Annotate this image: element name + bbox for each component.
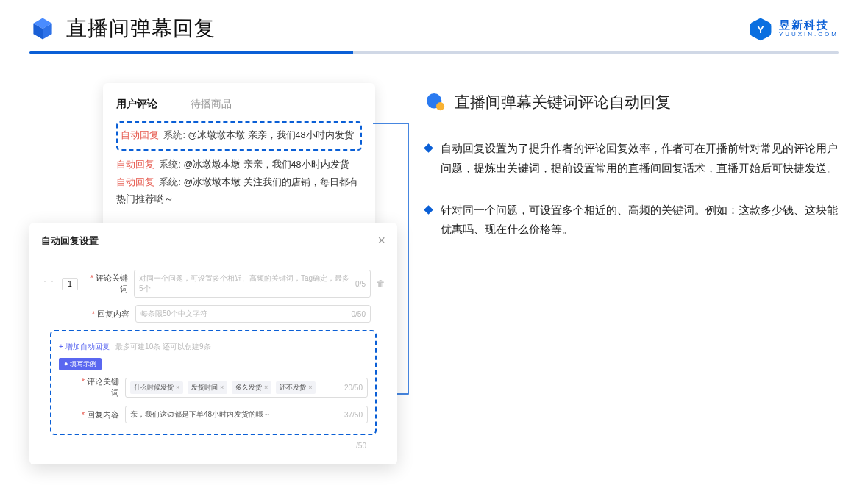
title-wrap: 直播间弹幕回复 (29, 15, 216, 43)
diamond-icon (424, 205, 433, 215)
comment-row: 自动回复 系统: @冰墩墩本墩 亲亲，我们48小时内发货 (121, 127, 357, 145)
brand-logo-group: Y 昱新科技 YUUXIN.COM (748, 16, 839, 41)
svg-text:Y: Y (757, 24, 764, 35)
header-divider (29, 51, 839, 54)
example-keyword-row: 评论关键词 什么时候发货× 发货时间× 多久发货× 还不发货× 20/50 (59, 376, 368, 398)
tag-remove-icon[interactable]: × (176, 384, 179, 391)
keyword-counter: 0/5 (355, 280, 366, 288)
content-input[interactable]: 每条限50个中文字符 0/50 (135, 305, 371, 323)
cube-icon (29, 15, 56, 42)
comment-row: 自动回复 系统: @冰墩墩本墩 亲亲，我们48小时内发货 (116, 157, 362, 174)
example-content-counter: 37/50 (344, 411, 363, 419)
bullet-text: 针对同一个问题，可设置多个相近的、高频的关键词。例如：这款多少钱、这块能优惠吗、… (441, 201, 839, 240)
keyword-input[interactable]: 对同一个问题，可设置多个相近、高频的关键词，Tag确定，最多5个 0/5 (134, 270, 371, 298)
tag-remove-icon[interactable]: × (264, 384, 268, 391)
order-number: 1 (62, 278, 78, 290)
brand-name-en: YUUXIN.COM (779, 32, 839, 38)
form-row-keyword: ⋮⋮ 1 评论关键词 对同一个问题，可设置多个相近、高频的关键词，Tag确定，最… (41, 270, 385, 298)
add-reply-hint: 最多可建10条 还可以创建9条 (115, 342, 210, 351)
auto-reply-tag: 自动回复 (116, 177, 154, 187)
system-tag: 系统: (159, 177, 180, 187)
keyword-tag: 什么时候发货× (130, 381, 183, 394)
keyword-tag: 还不发货× (276, 381, 316, 394)
system-tag: 系统: (159, 159, 180, 170)
auto-reply-tag: 自动回复 (116, 159, 154, 170)
bullet-item: 针对同一个问题，可设置多个相近的、高频的关键词。例如：这款多少钱、这块能优惠吗、… (425, 201, 839, 240)
keyword-tag: 发货时间× (188, 381, 227, 394)
form-row-content: 回复内容 每条限50个中文字符 0/50 (41, 305, 385, 323)
example-kw-counter: 20/50 (344, 384, 363, 392)
comment-text: @冰墩墩本墩 亲亲，我们48小时内发货 (183, 159, 349, 170)
delete-icon[interactable]: 🗑 (377, 279, 385, 289)
section-heading: 直播间弹幕关键词评论自动回复 (425, 92, 839, 112)
bullet-text: 自动回复设置为了提升作者的评论回复效率，作者可在开播前针对常见的评论用户问题，提… (441, 139, 839, 179)
example-content-text: 亲，我们这边都是下单48小时内发货的哦～ (130, 409, 271, 420)
close-icon[interactable]: × (377, 233, 385, 248)
highlighted-comment: 自动回复 系统: @冰墩墩本墩 亲亲，我们48小时内发货 (116, 121, 362, 151)
drag-handle-icon[interactable]: ⋮⋮ (41, 280, 56, 288)
section-title: 直播间弹幕关键词评论自动回复 (455, 92, 671, 112)
example-badge: ● 填写示例 (59, 358, 102, 370)
brand-logo-icon: Y (748, 16, 773, 41)
example-content-label: 回复内容 (75, 409, 119, 420)
svg-point-5 (436, 102, 444, 110)
settings-card: 自动回复设置 × ⋮⋮ 1 评论关键词 对同一个问题，可设置多个相近、高频的关键… (29, 223, 397, 464)
system-tag: 系统: (163, 130, 185, 140)
example-content-input[interactable]: 亲，我们这边都是下单48小时内发货的哦～ 37/50 (125, 406, 368, 423)
example-section: + 增加自动回复 最多可建10条 还可以创建9条 ● 填写示例 评论关键词 什么… (50, 330, 377, 435)
diamond-icon (424, 143, 433, 153)
keyword-label: 评论关键词 (84, 273, 128, 295)
add-reply-link[interactable]: + 增加自动回复 (59, 342, 110, 351)
example-keyword-label: 评论关键词 (75, 376, 119, 398)
footer-counter: /50 (356, 442, 366, 450)
example-content-row: 回复内容 亲，我们这边都是下单48小时内发货的哦～ 37/50 (59, 406, 368, 423)
brand-name-cn: 昱新科技 (779, 19, 839, 32)
example-keyword-input[interactable]: 什么时候发货× 发货时间× 多久发货× 还不发货× 20/50 (125, 378, 368, 398)
auto-reply-tag: 自动回复 (121, 130, 159, 140)
settings-title: 自动回复设置 (41, 234, 99, 248)
tag-remove-icon[interactable]: × (220, 384, 224, 391)
keyword-placeholder: 对同一个问题，可设置多个相近、高频的关键词，Tag确定，最多5个 (139, 273, 351, 294)
bullet-item: 自动回复设置为了提升作者的评论回复效率，作者可在开播前针对常见的评论用户问题，提… (425, 139, 839, 179)
comment-text: @冰墩墩本墩 亲亲，我们48小时内发货 (188, 130, 353, 140)
content-placeholder: 每条限50个中文字符 (140, 309, 207, 319)
tag-remove-icon[interactable]: × (308, 384, 312, 391)
content-label: 回复内容 (85, 309, 129, 320)
comment-row: 自动回复 系统: @冰墩墩本墩 关注我们的店铺，每日都有热门推荐哟～ (116, 174, 362, 209)
keyword-tag: 多久发货× (232, 381, 271, 394)
tab-user-comments[interactable]: 用户评论 (116, 98, 157, 111)
content-counter: 0/50 (352, 310, 366, 318)
tab-separator (174, 99, 174, 110)
page-title: 直播间弹幕回复 (66, 15, 216, 43)
chat-bubble-icon (425, 93, 446, 112)
tab-pending-products[interactable]: 待播商品 (191, 98, 232, 111)
